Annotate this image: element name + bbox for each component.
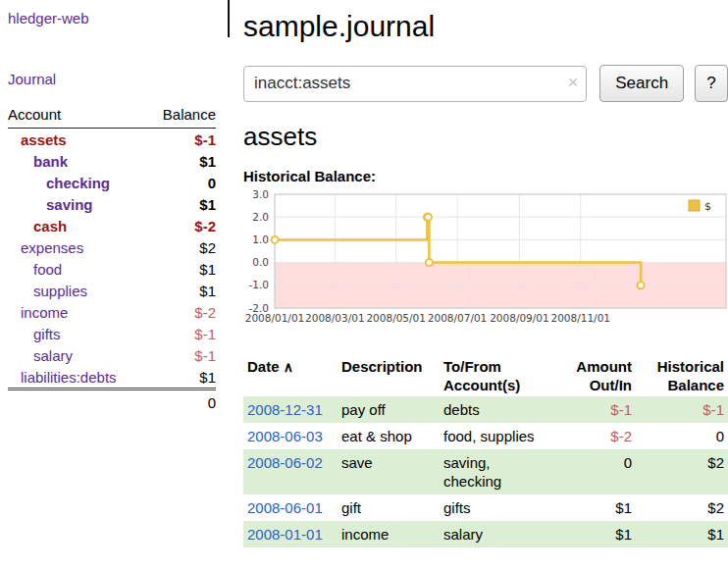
account-balance: $-1 (147, 323, 216, 344)
accounts-total-value: 0 (147, 389, 216, 416)
register-header-amount-line1: Amount (576, 358, 632, 375)
sort-asc-icon: ∧ (284, 359, 293, 375)
account-name-cell: bank (8, 150, 147, 172)
account-row: bank$1 (8, 150, 216, 172)
register-description-cell: eat & shop (338, 423, 440, 449)
register-date-cell: 2008-06-03 (243, 423, 338, 449)
y-tick-label: 3.0 (252, 190, 269, 200)
register-date-cell: 2008-01-01 (243, 521, 338, 547)
help-button[interactable]: ? (695, 65, 728, 102)
accounts-header-account: Account (8, 104, 147, 129)
account-link-assets[interactable]: assets (21, 131, 67, 148)
account-name-cell: supplies (8, 280, 147, 301)
legend-swatch (689, 200, 700, 211)
chart-svg: 3.02.01.00.0-1.0-2.02008/01/012008/03/01… (243, 190, 728, 330)
register-accounts-cell: saving, checking (440, 449, 549, 494)
account-name-cell: salary (8, 344, 147, 366)
x-tick-label: 2008/01/01 (245, 312, 305, 324)
register-balance-cell: $1 (636, 521, 728, 547)
account-link-saving[interactable]: saving (46, 196, 93, 213)
register-header-balance-line2: Balance (667, 377, 724, 393)
account-balance: $1 (147, 258, 216, 280)
page-title: sample.journal (243, 10, 728, 43)
register-accounts-cell: gifts (440, 494, 549, 521)
transaction-date-link[interactable]: 2008-06-01 (247, 499, 323, 516)
account-link-salary[interactable]: salary (33, 347, 73, 364)
x-tick-label: 2008/11/01 (551, 312, 611, 324)
register-amount-cell: $1 (549, 521, 636, 547)
account-link-checking[interactable]: checking (46, 175, 110, 191)
account-name-cell: liabilities:debts (8, 366, 147, 389)
data-point-marker (426, 259, 433, 266)
account-row: liabilities:debts$1 (8, 366, 216, 389)
register-date-cell: 2008-06-02 (243, 449, 338, 494)
register-header-accounts-line1: To/From (443, 358, 501, 375)
account-name-cell: food (8, 258, 147, 280)
account-link-bank[interactable]: bank (33, 153, 68, 170)
transaction-date-link[interactable]: 2008-12-31 (247, 401, 323, 418)
account-balance: $1 (147, 150, 216, 172)
transaction-date-link[interactable]: 2008-01-01 (247, 526, 323, 543)
content-divider (228, 0, 230, 37)
data-point-marker (272, 236, 279, 243)
accounts-header-row: Account Balance (8, 104, 216, 129)
x-tick-label: 2008/07/01 (428, 312, 488, 324)
register-row: 2008-12-31pay offdebts$-1$-1 (243, 396, 728, 423)
search-button[interactable]: Search (599, 65, 684, 102)
app-title-link[interactable]: hledger-web (8, 10, 89, 26)
account-link-expenses[interactable]: expenses (21, 239, 83, 256)
journal-link[interactable]: Journal (8, 71, 56, 87)
clear-search-icon[interactable]: × (568, 73, 579, 93)
account-balance: $-2 (147, 301, 216, 323)
transaction-date-link[interactable]: 2008-06-02 (247, 454, 323, 471)
transaction-date-link[interactable]: 2008-06-03 (247, 428, 323, 444)
register-accounts-cell: debts (440, 396, 549, 423)
account-balance: $-2 (147, 215, 216, 236)
register-header-date[interactable]: Date ∧ (243, 355, 338, 396)
account-name-cell: assets (8, 129, 147, 151)
register-header-amount-line2: Out/In (590, 377, 632, 393)
account-link-cash[interactable]: cash (33, 218, 67, 234)
account-link-gifts[interactable]: gifts (33, 326, 61, 342)
accounts-total-row: 0 (8, 389, 216, 416)
account-name-cell: income (8, 301, 147, 323)
account-row: gifts$-1 (8, 323, 216, 344)
account-name-cell: expenses (8, 236, 147, 258)
chart-title: Historical Balance: (243, 168, 728, 184)
search-input[interactable] (243, 66, 587, 102)
register-description-cell: income (338, 521, 440, 547)
register-amount-cell: $1 (549, 494, 636, 521)
account-link-food[interactable]: food (33, 261, 62, 278)
register-accounts-cell: food, supplies (440, 423, 549, 449)
register-balance-cell: $2 (636, 494, 728, 521)
y-tick-label: 0.0 (252, 256, 269, 268)
account-name-cell: gifts (8, 323, 147, 344)
account-row: cash$-2 (8, 215, 216, 236)
accounts-header-balance: Balance (147, 104, 216, 129)
data-point-marker (425, 214, 432, 221)
register-description-cell: pay off (338, 396, 440, 423)
register-row: 2008-01-01incomesalary$1$1 (243, 521, 728, 547)
register-header-balance-line1: Historical (657, 358, 724, 375)
account-heading: assets (243, 122, 728, 152)
register-header-accounts: To/From Account(s) (440, 355, 549, 396)
account-row: expenses$2 (8, 236, 216, 258)
y-tick-label: 1.0 (252, 234, 269, 245)
y-tick-label: -1.0 (249, 279, 270, 290)
register-table: Date ∧ Description To/From Account(s) Am… (243, 355, 728, 547)
register-balance-cell: 0 (636, 423, 728, 449)
account-balance: $-1 (147, 344, 216, 366)
register-header-date-label: Date (247, 358, 280, 375)
account-link-supplies[interactable]: supplies (33, 283, 87, 299)
register-header-amount: Amount Out/In (549, 355, 636, 396)
account-row: checking0 (8, 172, 216, 193)
search-bar: × Search ? (243, 65, 728, 102)
account-name-cell: checking (8, 172, 147, 193)
historical-balance-chart: 3.02.01.00.0-1.0-2.02008/01/012008/03/01… (243, 190, 728, 334)
account-link-liabilitiesdebts[interactable]: liabilities:debts (21, 369, 117, 386)
account-row: supplies$1 (8, 280, 216, 301)
register-amount-cell: $-2 (549, 423, 636, 449)
register-header-accounts-line2: Account(s) (443, 377, 520, 393)
account-link-income[interactable]: income (21, 304, 68, 321)
register-header-description: Description (338, 355, 440, 396)
